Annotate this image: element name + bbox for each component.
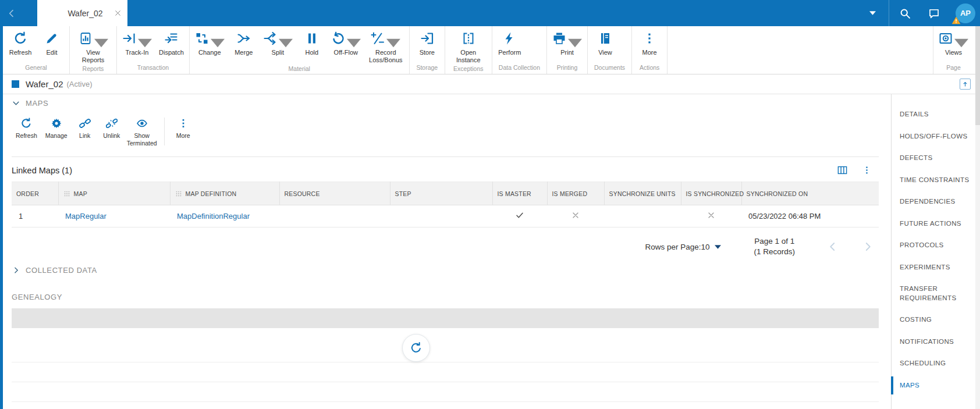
maps-unlink-button[interactable]: Unlink <box>98 118 125 140</box>
refresh-icon <box>20 118 32 129</box>
column-header-label: IS SYNCHRONIZED <box>686 190 744 197</box>
ribbon-record-loss-bonus-button[interactable]: Record Loss/Bonus <box>364 31 407 64</box>
maps-manage-button[interactable]: Manage <box>41 118 72 140</box>
ribbon-merge-button[interactable]: Merge <box>228 31 260 56</box>
ribbon-print-button[interactable]: Print <box>549 31 585 56</box>
cell-is-merged <box>547 205 604 227</box>
sidebar-item-details[interactable]: DETAILS <box>892 104 980 126</box>
sidebar-item-time-constraints[interactable]: TIME CONSTRAINTS <box>892 169 980 191</box>
dropdown-caret-icon <box>94 36 108 50</box>
maps-section-header[interactable]: MAPS <box>12 99 48 108</box>
scroll-top-button[interactable] <box>960 79 971 90</box>
back-button[interactable] <box>0 0 23 26</box>
pagination: Rows per Page:10 Page 1 of 1 (1 Records) <box>12 233 879 261</box>
ribbon-button-label: Track-In <box>126 49 149 56</box>
ribbon-group-material: ChangeMergeSplitHoldOff-FlowRecord Loss/… <box>190 26 410 74</box>
scrollbar-thumb[interactable] <box>975 26 980 125</box>
ribbon-hold-button[interactable]: Hold <box>296 31 328 56</box>
sidebar-item-scheduling[interactable]: SCHEDULING <box>892 353 980 375</box>
sidebar-item-holds-off-flows[interactable]: HOLDS/OFF-FLOWS <box>892 126 980 148</box>
tabs-dropdown-caret-icon[interactable] <box>869 11 876 15</box>
cell-resource <box>279 205 390 227</box>
column-header-is-master[interactable]: IS MASTER <box>492 182 547 205</box>
collected-data-section-header[interactable]: COLLECTED DATA <box>12 266 97 275</box>
sidebar-item-notifications[interactable]: NOTIFICATIONS <box>892 331 980 353</box>
close-icon[interactable] <box>113 9 122 17</box>
column-header-is-synchronized[interactable]: IS SYNCHRONIZED <box>681 182 741 205</box>
ribbon-perform-button[interactable]: Perform <box>494 31 525 56</box>
maps-refresh-button[interactable]: Refresh <box>12 118 41 140</box>
chevron-right-icon <box>12 266 20 275</box>
linked-maps-header-row: Linked Maps (1) <box>12 165 879 176</box>
column-header-label: IS MASTER <box>498 190 531 197</box>
ribbon-off-flow-button[interactable]: Off-Flow <box>328 31 364 56</box>
column-chooser-icon[interactable] <box>837 165 848 176</box>
ribbon-open-instance-button[interactable]: Open Instance <box>447 31 490 64</box>
ribbon-view-button[interactable]: View <box>590 31 621 56</box>
column-header-label: RESOURCE <box>285 190 320 197</box>
map-definition-link[interactable]: MapDefinitionRegular <box>177 212 250 220</box>
store-icon <box>420 31 434 45</box>
ribbon-view-reports-button[interactable]: View Reports <box>72 31 115 64</box>
sidebar-item-costing[interactable]: COSTING <box>892 309 980 331</box>
rows-per-page-dropdown[interactable]: Rows per Page:10 <box>645 243 721 251</box>
sidebar-item-experiments[interactable]: EXPERIMENTS <box>892 257 980 279</box>
avatar-initials: AP <box>960 9 971 17</box>
vertical-scrollbar[interactable] <box>975 26 980 409</box>
chat-icon[interactable] <box>928 7 940 20</box>
tab-wafer-02[interactable]: Wafer_02 <box>37 0 127 26</box>
ribbon-refresh-button[interactable]: Refresh <box>5 31 36 56</box>
column-header-synchronize-units[interactable]: SYNCHRONIZE UNITS <box>604 182 681 205</box>
column-header-synchronized-on[interactable]: SYNCHRONIZED ON <box>741 182 879 205</box>
page-info: Page 1 of 1 (1 Records) <box>754 236 795 257</box>
map-link[interactable]: MapRegular <box>65 212 106 220</box>
column-header-order[interactable]: ORDER <box>12 182 58 205</box>
cell-step <box>390 205 492 227</box>
ribbon-dispatch-button[interactable]: Dispatch <box>155 31 187 56</box>
ribbon-group-label: Page <box>935 63 972 74</box>
sidebar-item-maps[interactable]: MAPS <box>892 375 980 397</box>
column-header-map-definition[interactable]: MAP DEFINITION <box>170 182 279 205</box>
column-header-is-merged[interactable]: IS MERGED <box>547 182 604 205</box>
ribbon-group-documents: ViewDocuments <box>588 26 632 74</box>
toolbar-button-label: Link <box>79 132 90 140</box>
eye-icon <box>136 118 148 129</box>
ribbon-edit-button[interactable]: Edit <box>36 31 68 56</box>
ribbon-split-button[interactable]: Split <box>260 31 296 56</box>
sidebar-item-transfer-requirements[interactable]: TRANSFER REQUIREMENTS <box>892 278 980 309</box>
loss-bonus-icon <box>371 31 385 45</box>
sidebar-item-protocols[interactable]: PROTOCOLS <box>892 234 980 257</box>
maps-more-button[interactable]: More <box>170 118 197 140</box>
table-more-icon[interactable] <box>862 165 872 175</box>
ribbon-track-in-button[interactable]: Track-In <box>119 31 155 56</box>
column-header-resource[interactable]: RESOURCE <box>279 182 390 205</box>
ribbon-button-label: Change <box>198 49 221 56</box>
next-page-button[interactable] <box>862 241 873 252</box>
hold-icon <box>305 31 319 45</box>
views-eye-icon <box>939 31 953 45</box>
ribbon-group-label: Material <box>191 64 407 75</box>
sidebar-item-dependencies[interactable]: DEPENDENCIES <box>892 191 980 213</box>
column-header-step[interactable]: STEP <box>390 182 492 205</box>
prev-page-button[interactable] <box>828 241 838 252</box>
maps-link-button[interactable]: Link <box>72 118 98 140</box>
ribbon-group-printing: PrintPrinting <box>547 26 588 74</box>
ribbon-group-label: Printing <box>549 63 585 74</box>
sidebar-item-defects[interactable]: DEFECTS <box>892 147 980 169</box>
ribbon-more-button[interactable]: More <box>634 31 665 56</box>
ribbon-change-button[interactable]: Change <box>191 31 228 56</box>
table-row[interactable]: 1MapRegularMapDefinitionRegular05/23/202… <box>12 205 879 227</box>
ribbon-button-label: Off-Flow <box>334 49 358 56</box>
track-in-icon <box>122 31 136 45</box>
search-icon[interactable] <box>899 7 911 20</box>
linked-maps-title: Linked Maps (1) <box>12 166 72 175</box>
ribbon-button-label: Open Instance <box>450 49 487 64</box>
ribbon-button-label: Split <box>272 49 284 56</box>
avatar[interactable]: AP <box>956 3 975 23</box>
ribbon-views-button[interactable]: Views <box>935 31 972 56</box>
sidebar-item-future-actions[interactable]: FUTURE ACTIONS <box>892 213 980 235</box>
column-header-map[interactable]: MAP <box>58 182 170 205</box>
ribbon-group-storage: StoreStorage <box>410 26 445 74</box>
maps-show-terminated-button[interactable]: Show Terminated <box>125 118 159 147</box>
ribbon-store-button[interactable]: Store <box>411 31 443 56</box>
